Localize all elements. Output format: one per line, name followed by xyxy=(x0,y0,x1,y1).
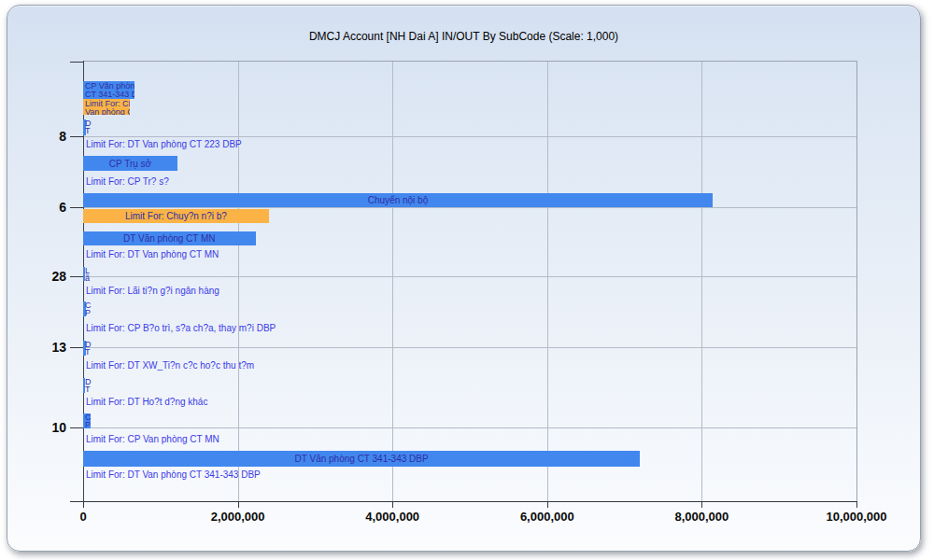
limit-bar-label: Limit For: CP Van phòng C xyxy=(83,99,130,115)
value-bar[interactable]: CP Trụ sở xyxy=(83,156,177,171)
bar-label: D T xyxy=(85,119,92,134)
x-axis-tick xyxy=(238,501,239,508)
bar-label: CP Văn phòng CT 341-343 D xyxy=(83,81,134,99)
gridline-horizontal xyxy=(83,207,856,208)
value-bar[interactable]: CP Văn phòng CT 341-343 D xyxy=(83,81,134,99)
limit-bar[interactable]: Limit For: Chuy?n n?i b? xyxy=(83,209,269,223)
bar-label: L ã xyxy=(85,267,90,282)
gridline-horizontal xyxy=(83,276,856,277)
x-axis-tick xyxy=(392,501,393,508)
x-axis-tick-label: 6,000,000 xyxy=(491,510,603,524)
limit-label: Limit For: Lãi ti?n g?i ngân hàng xyxy=(86,286,219,296)
value-bar[interactable]: DT Văn phòng CT MN xyxy=(83,231,256,245)
bar-label: DT Văn phòng CT 341-343 DBP xyxy=(83,451,640,467)
limit-bar[interactable]: Limit For: CP Van phòng C xyxy=(83,99,130,115)
y-axis-tick xyxy=(70,62,83,63)
bar-label: CP Trụ sở xyxy=(83,156,177,171)
limit-label: Limit For: DT XW_Ti?n c?c ho?c thu t?m xyxy=(86,360,254,371)
x-axis-tick xyxy=(547,501,548,508)
bar-label: DT Văn phòng CT MN xyxy=(83,231,256,245)
gridline-horizontal xyxy=(83,347,856,348)
limit-bar-label: Limit For: Chuy?n n?i b? xyxy=(83,209,269,223)
gridline-vertical xyxy=(701,61,702,501)
bar-label: D T xyxy=(85,341,92,356)
y-axis-tick xyxy=(70,136,83,137)
gridline-vertical xyxy=(238,61,239,501)
gridline-horizontal xyxy=(83,427,856,428)
x-axis-line xyxy=(83,501,856,502)
bar-label: D T xyxy=(85,378,92,393)
limit-label: Limit For: DT Van phòng CT 341-343 DBP xyxy=(86,469,261,480)
gridline-vertical xyxy=(547,61,548,501)
limit-label: Limit For: DT Ho?t d?ng khác xyxy=(86,397,207,407)
chart-title: DMCJ Account [NH Dai A] IN/OUT By SubCod… xyxy=(7,30,920,43)
limit-label: Limit For: DT Van phòng CT MN xyxy=(86,249,219,259)
limit-label: Limit For: CP Tr? s? xyxy=(86,176,169,187)
y-axis-tick-label: 8 xyxy=(33,129,66,144)
y-axis-tick xyxy=(70,347,83,348)
limit-label: Limit For: CP B?o trì, s?a ch?a, thay m?… xyxy=(86,323,276,333)
y-axis-tick-label: 6 xyxy=(33,200,66,215)
x-axis-tick-label: 0 xyxy=(27,510,139,524)
x-axis-tick xyxy=(83,501,84,508)
x-axis-tick xyxy=(856,501,857,508)
bar-label: Chuyển nội bộ xyxy=(83,193,713,207)
gridline-horizontal xyxy=(83,136,856,137)
y-axis-tick xyxy=(70,207,83,208)
x-axis-tick-label: 2,000,000 xyxy=(182,510,294,524)
bar-label: C P xyxy=(85,301,92,316)
y-axis-tick xyxy=(70,501,83,502)
x-axis-tick-label: 8,000,000 xyxy=(645,510,757,524)
value-bar[interactable]: DT Văn phòng CT 341-343 DBP xyxy=(83,451,640,467)
plot-border-top xyxy=(83,61,856,62)
screenshot-stage: DMCJ Account [NH Dai A] IN/OUT By SubCod… xyxy=(0,0,934,560)
x-axis-tick-label: 4,000,000 xyxy=(336,510,448,524)
x-axis-tick-label: 10,000,000 xyxy=(800,510,913,524)
limit-label: Limit For: DT Van phòng CT 223 DBP xyxy=(86,139,242,149)
bar-label: C P xyxy=(85,413,92,428)
gridline-vertical xyxy=(392,61,393,501)
x-axis-tick xyxy=(701,501,702,508)
limit-label: Limit For: CP Van phòng CT MN xyxy=(86,434,219,444)
y-axis-tick xyxy=(70,427,83,428)
y-axis-tick-label: 10 xyxy=(33,420,66,435)
y-axis-tick-label: 13 xyxy=(33,340,66,355)
plot-border-right xyxy=(856,61,857,501)
y-axis-tick xyxy=(70,276,83,277)
y-axis-tick-label: 28 xyxy=(33,269,66,284)
value-bar[interactable]: Chuyển nội bộ xyxy=(83,193,713,207)
